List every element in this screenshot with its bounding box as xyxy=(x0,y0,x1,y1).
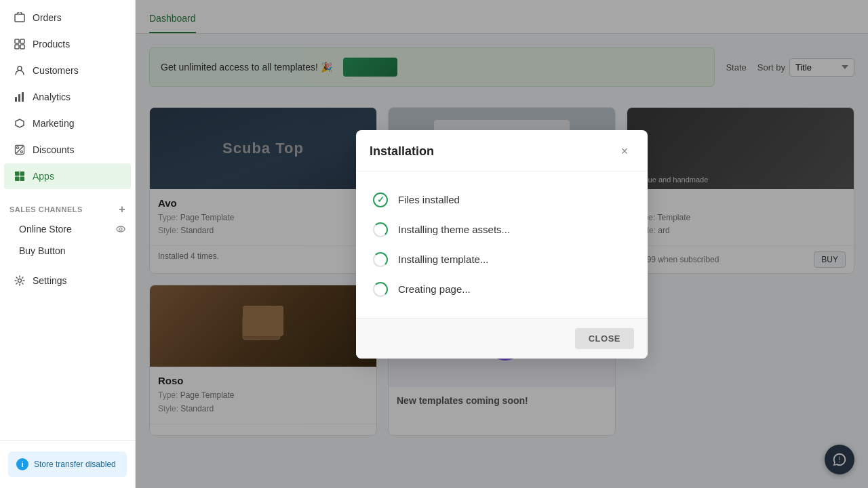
marketing-icon xyxy=(14,117,26,129)
sidebar-settings-label: Settings xyxy=(33,275,67,286)
store-transfer-banner[interactable]: i Store transfer disabled xyxy=(8,451,127,477)
sidebar-item-analytics[interactable]: Analytics xyxy=(4,84,131,110)
step-template-label: Installing template... xyxy=(398,253,488,265)
svg-point-18 xyxy=(18,279,22,283)
discounts-icon xyxy=(14,144,26,156)
orders-icon xyxy=(14,12,26,24)
sidebar-item-analytics-label: Analytics xyxy=(33,92,71,102)
sidebar-item-products-label: Products xyxy=(33,39,70,49)
sidebar-item-marketing[interactable]: Marketing xyxy=(4,110,131,136)
spinner-theme-icon xyxy=(373,222,388,237)
sidebar: Orders Products Customers Analytics Mark… xyxy=(0,0,136,488)
svg-rect-1 xyxy=(15,39,19,43)
svg-rect-8 xyxy=(22,92,24,102)
products-icon xyxy=(14,38,26,50)
add-sales-channel-icon[interactable]: + xyxy=(119,203,125,216)
sidebar-item-customers-label: Customers xyxy=(33,65,79,76)
modal-header: Installation × xyxy=(356,130,648,171)
main-content: Dashboard Get unlimited access to all te… xyxy=(136,0,868,488)
step-files-icon: ✓ xyxy=(372,192,389,208)
info-icon: i xyxy=(16,458,28,470)
svg-rect-0 xyxy=(15,14,24,22)
customers-icon xyxy=(14,64,26,77)
sidebar-item-apps[interactable]: Apps xyxy=(4,163,131,189)
step-theme-label: Installing theme assets... xyxy=(398,224,510,235)
svg-point-10 xyxy=(21,151,23,153)
sidebar-item-discounts[interactable]: Discounts xyxy=(4,137,131,163)
modal-title: Installation xyxy=(370,144,434,159)
svg-point-16 xyxy=(117,226,125,232)
svg-rect-7 xyxy=(18,94,20,102)
settings-icon xyxy=(14,274,26,287)
step-template-icon xyxy=(372,251,389,268)
modal-overlay[interactable]: Installation × ✓ Files installed xyxy=(136,0,868,488)
svg-rect-6 xyxy=(15,97,17,102)
install-step-files: ✓ Files installed xyxy=(372,185,631,215)
modal-close-btn[interactable]: CLOSE xyxy=(575,328,634,349)
svg-rect-14 xyxy=(15,177,20,182)
svg-point-17 xyxy=(119,228,122,230)
spinner-page-icon xyxy=(373,282,388,297)
svg-point-5 xyxy=(18,66,22,70)
svg-rect-13 xyxy=(20,171,25,176)
svg-rect-15 xyxy=(20,177,25,182)
svg-rect-4 xyxy=(20,45,24,49)
sidebar-item-online-store[interactable]: Online Store xyxy=(0,218,135,240)
svg-rect-12 xyxy=(15,171,20,176)
store-transfer-label: Store transfer disabled xyxy=(34,460,116,469)
sidebar-bottom: i Store transfer disabled xyxy=(0,440,135,488)
sidebar-item-settings[interactable]: Settings xyxy=(4,268,131,293)
eye-icon[interactable] xyxy=(116,224,125,235)
sidebar-item-discounts-label: Discounts xyxy=(33,144,74,155)
modal-close-button[interactable]: × xyxy=(615,142,634,161)
sidebar-item-marketing-label: Marketing xyxy=(33,118,74,129)
install-step-theme-assets: Installing theme assets... xyxy=(372,215,631,245)
install-step-page: Creating page... xyxy=(372,274,631,304)
step-theme-icon xyxy=(372,222,389,238)
svg-point-9 xyxy=(17,147,19,149)
sidebar-item-customers[interactable]: Customers xyxy=(4,58,131,83)
spinner-template-icon xyxy=(373,252,388,267)
step-page-label: Creating page... xyxy=(398,283,471,295)
step-files-label: Files installed xyxy=(398,194,460,205)
sidebar-item-orders[interactable]: Orders xyxy=(4,5,131,30)
installation-modal: Installation × ✓ Files installed xyxy=(356,130,648,359)
modal-footer: CLOSE xyxy=(356,318,648,359)
check-circle-icon: ✓ xyxy=(373,192,388,207)
sidebar-item-orders-label: Orders xyxy=(33,12,62,23)
modal-body: ✓ Files installed Installing theme asset… xyxy=(356,171,648,318)
sales-channels-header: SALES CHANNELS + xyxy=(0,198,135,218)
sidebar-item-products[interactable]: Products xyxy=(4,31,131,57)
install-step-template: Installing template... xyxy=(372,245,631,274)
svg-rect-3 xyxy=(15,45,19,49)
apps-icon xyxy=(14,170,26,182)
step-page-icon xyxy=(372,281,389,298)
sidebar-item-buy-button[interactable]: Buy Button xyxy=(0,240,135,262)
sidebar-item-apps-label: Apps xyxy=(33,171,54,182)
analytics-icon xyxy=(14,91,26,103)
svg-rect-2 xyxy=(20,39,24,43)
